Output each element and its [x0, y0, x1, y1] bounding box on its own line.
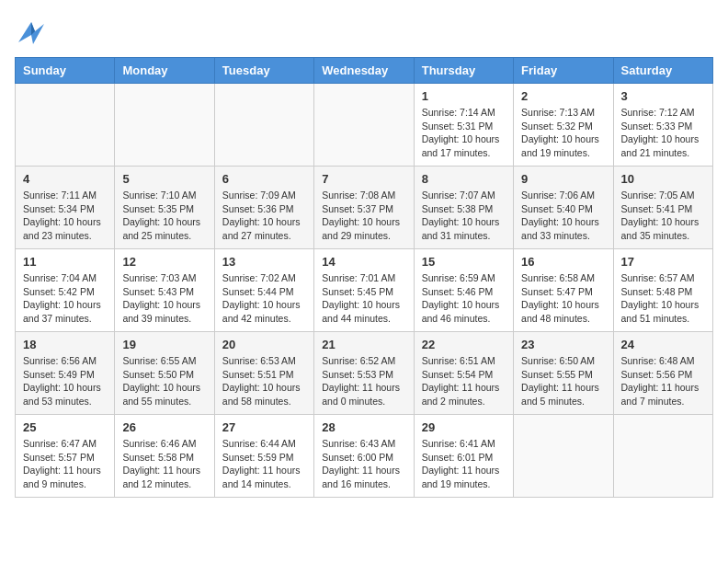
day-number: 6 — [222, 172, 306, 186]
calendar-cell: 26Sunrise: 6:46 AM Sunset: 5:58 PM Dayli… — [115, 415, 214, 498]
calendar-cell: 28Sunrise: 6:43 AM Sunset: 6:00 PM Dayli… — [314, 415, 414, 498]
day-number: 8 — [422, 172, 506, 186]
day-info: Sunrise: 7:02 AM Sunset: 5:44 PM Dayligh… — [222, 271, 306, 326]
day-info: Sunrise: 6:51 AM Sunset: 5:54 PM Dayligh… — [422, 354, 506, 408]
calendar-cell: 2Sunrise: 7:13 AM Sunset: 5:32 PM Daylig… — [514, 84, 613, 167]
calendar-header-monday: Monday — [115, 58, 214, 84]
day-info: Sunrise: 6:57 AM Sunset: 5:48 PM Dayligh… — [621, 271, 705, 326]
day-number: 15 — [422, 255, 506, 269]
calendar-cell — [314, 84, 414, 167]
calendar-cell: 1Sunrise: 7:14 AM Sunset: 5:31 PM Daylig… — [414, 84, 513, 167]
day-info: Sunrise: 6:44 AM Sunset: 5:59 PM Dayligh… — [222, 437, 306, 491]
day-info: Sunrise: 7:04 AM Sunset: 5:42 PM Dayligh… — [23, 271, 107, 326]
calendar-week-row: 1Sunrise: 7:14 AM Sunset: 5:31 PM Daylig… — [16, 84, 713, 167]
calendar-cell — [514, 415, 613, 498]
day-info: Sunrise: 7:03 AM Sunset: 5:43 PM Dayligh… — [122, 271, 206, 326]
day-number: 19 — [122, 338, 206, 351]
day-info: Sunrise: 7:07 AM Sunset: 5:38 PM Dayligh… — [422, 189, 506, 243]
calendar-cell: 18Sunrise: 6:56 AM Sunset: 5:49 PM Dayli… — [16, 332, 115, 415]
day-info: Sunrise: 7:12 AM Sunset: 5:33 PM Dayligh… — [621, 106, 705, 160]
calendar-cell: 25Sunrise: 6:47 AM Sunset: 5:57 PM Dayli… — [16, 415, 115, 498]
calendar-cell: 5Sunrise: 7:10 AM Sunset: 5:35 PM Daylig… — [115, 167, 214, 249]
day-info: Sunrise: 6:50 AM Sunset: 5:55 PM Dayligh… — [521, 354, 605, 408]
day-number: 9 — [521, 172, 605, 186]
calendar-cell: 9Sunrise: 7:06 AM Sunset: 5:40 PM Daylig… — [514, 167, 613, 249]
day-info: Sunrise: 6:46 AM Sunset: 5:58 PM Dayligh… — [122, 437, 206, 491]
day-number: 16 — [521, 255, 605, 269]
logo — [15, 15, 53, 50]
calendar-table: SundayMondayTuesdayWednesdayThursdayFrid… — [15, 57, 713, 498]
page-header — [15, 15, 713, 50]
calendar-cell: 20Sunrise: 6:53 AM Sunset: 5:51 PM Dayli… — [214, 332, 313, 415]
day-info: Sunrise: 6:41 AM Sunset: 6:01 PM Dayligh… — [422, 437, 506, 491]
calendar-cell: 16Sunrise: 6:58 AM Sunset: 5:47 PM Dayli… — [514, 249, 613, 332]
calendar-header-tuesday: Tuesday — [214, 58, 313, 84]
day-number: 10 — [621, 172, 705, 186]
calendar-week-row: 4Sunrise: 7:11 AM Sunset: 5:34 PM Daylig… — [16, 167, 713, 249]
day-info: Sunrise: 6:52 AM Sunset: 5:53 PM Dayligh… — [322, 354, 405, 408]
calendar-cell: 4Sunrise: 7:11 AM Sunset: 5:34 PM Daylig… — [16, 167, 115, 249]
calendar-header-saturday: Saturday — [613, 58, 712, 84]
day-number: 25 — [23, 420, 107, 434]
day-number: 17 — [621, 255, 705, 269]
day-number: 3 — [621, 89, 705, 103]
day-number: 13 — [222, 255, 306, 269]
day-info: Sunrise: 6:56 AM Sunset: 5:49 PM Dayligh… — [23, 354, 107, 408]
calendar-header-wednesday: Wednesday — [314, 58, 414, 84]
calendar-cell: 11Sunrise: 7:04 AM Sunset: 5:42 PM Dayli… — [16, 249, 115, 332]
day-number: 5 — [122, 172, 206, 186]
day-number: 12 — [122, 255, 206, 269]
calendar-cell: 24Sunrise: 6:48 AM Sunset: 5:56 PM Dayli… — [613, 332, 712, 415]
calendar-cell: 10Sunrise: 7:05 AM Sunset: 5:41 PM Dayli… — [613, 167, 712, 249]
day-number: 7 — [322, 172, 405, 186]
day-number: 18 — [23, 338, 107, 351]
day-info: Sunrise: 6:55 AM Sunset: 5:50 PM Dayligh… — [122, 354, 206, 408]
calendar-header-sunday: Sunday — [16, 58, 115, 84]
calendar-cell: 19Sunrise: 6:55 AM Sunset: 5:50 PM Dayli… — [115, 332, 214, 415]
calendar-cell — [16, 84, 115, 167]
day-number: 22 — [422, 338, 506, 351]
calendar-week-row: 11Sunrise: 7:04 AM Sunset: 5:42 PM Dayli… — [16, 249, 713, 332]
calendar-cell: 12Sunrise: 7:03 AM Sunset: 5:43 PM Dayli… — [115, 249, 214, 332]
day-number: 20 — [222, 338, 306, 351]
calendar-cell: 8Sunrise: 7:07 AM Sunset: 5:38 PM Daylig… — [414, 167, 513, 249]
calendar-week-row: 25Sunrise: 6:47 AM Sunset: 5:57 PM Dayli… — [16, 415, 713, 498]
calendar-cell: 21Sunrise: 6:52 AM Sunset: 5:53 PM Dayli… — [314, 332, 414, 415]
calendar-cell: 23Sunrise: 6:50 AM Sunset: 5:55 PM Dayli… — [514, 332, 613, 415]
calendar-cell: 17Sunrise: 6:57 AM Sunset: 5:48 PM Dayli… — [613, 249, 712, 332]
calendar-cell: 3Sunrise: 7:12 AM Sunset: 5:33 PM Daylig… — [613, 84, 712, 167]
calendar-header-row: SundayMondayTuesdayWednesdayThursdayFrid… — [16, 58, 713, 84]
calendar-cell — [613, 415, 712, 498]
day-number: 4 — [23, 172, 107, 186]
day-number: 27 — [222, 420, 306, 434]
day-number: 21 — [322, 338, 405, 351]
calendar-cell: 27Sunrise: 6:44 AM Sunset: 5:59 PM Dayli… — [214, 415, 313, 498]
calendar-week-row: 18Sunrise: 6:56 AM Sunset: 5:49 PM Dayli… — [16, 332, 713, 415]
calendar-cell: 7Sunrise: 7:08 AM Sunset: 5:37 PM Daylig… — [314, 167, 414, 249]
day-number: 2 — [521, 89, 605, 103]
day-info: Sunrise: 6:58 AM Sunset: 5:47 PM Dayligh… — [521, 271, 605, 326]
calendar-cell: 13Sunrise: 7:02 AM Sunset: 5:44 PM Dayli… — [214, 249, 313, 332]
calendar-cell: 22Sunrise: 6:51 AM Sunset: 5:54 PM Dayli… — [414, 332, 513, 415]
day-number: 23 — [521, 338, 605, 351]
day-number: 11 — [23, 255, 107, 269]
day-info: Sunrise: 7:09 AM Sunset: 5:36 PM Dayligh… — [222, 189, 306, 243]
day-info: Sunrise: 7:08 AM Sunset: 5:37 PM Dayligh… — [322, 189, 405, 243]
calendar-header-friday: Friday — [514, 58, 613, 84]
day-number: 29 — [422, 420, 506, 434]
day-number: 1 — [422, 89, 506, 103]
calendar-cell — [115, 84, 214, 167]
day-info: Sunrise: 7:06 AM Sunset: 5:40 PM Dayligh… — [521, 189, 605, 243]
day-number: 14 — [322, 255, 405, 269]
calendar-cell: 15Sunrise: 6:59 AM Sunset: 5:46 PM Dayli… — [414, 249, 513, 332]
calendar-cell: 14Sunrise: 7:01 AM Sunset: 5:45 PM Dayli… — [314, 249, 414, 332]
day-info: Sunrise: 7:14 AM Sunset: 5:31 PM Dayligh… — [422, 106, 506, 160]
day-info: Sunrise: 7:05 AM Sunset: 5:41 PM Dayligh… — [621, 189, 705, 243]
day-info: Sunrise: 6:48 AM Sunset: 5:56 PM Dayligh… — [621, 354, 705, 408]
day-info: Sunrise: 6:47 AM Sunset: 5:57 PM Dayligh… — [23, 437, 107, 491]
day-number: 24 — [621, 338, 705, 351]
day-number: 28 — [322, 420, 405, 434]
day-info: Sunrise: 7:11 AM Sunset: 5:34 PM Dayligh… — [23, 189, 107, 243]
day-info: Sunrise: 6:59 AM Sunset: 5:46 PM Dayligh… — [422, 271, 506, 326]
calendar-cell: 6Sunrise: 7:09 AM Sunset: 5:36 PM Daylig… — [214, 167, 313, 249]
